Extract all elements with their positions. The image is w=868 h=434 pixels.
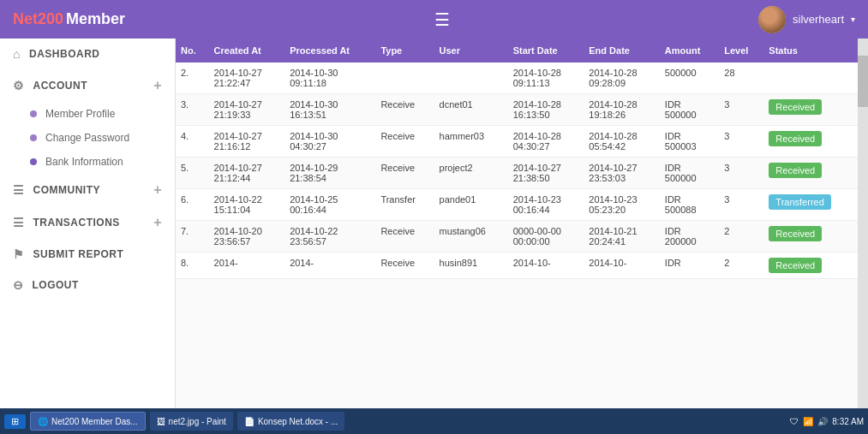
sidebar-subitem-member-profile[interactable]: Member Profile — [0, 102, 175, 126]
table-cell: Transferred — [763, 189, 858, 221]
bank-information-label: Bank Information — [45, 156, 123, 168]
table-cell: Receive — [375, 253, 434, 279]
taskbar-label-paint: net2.jpg - Paint — [169, 417, 226, 426]
table-cell: 2014-10-23 05:23:20 — [584, 189, 660, 221]
table-cell: 2014-10-22 15:11:04 — [209, 189, 285, 221]
change-password-label: Change Password — [45, 132, 129, 144]
dot-icon — [30, 110, 37, 117]
clock: 8:32 AM — [832, 417, 864, 426]
table-cell: 4. — [176, 126, 209, 158]
table-row: 8.2014-2014-Receivehusin8912014-10-2014-… — [176, 253, 858, 279]
table-cell: 2014-10-30 09:11:18 — [284, 62, 375, 94]
taskbar-item-word[interactable]: 📄 Konsep Net.docx - ... — [237, 412, 344, 431]
table-cell: 2014-10-28 19:18:26 — [584, 94, 660, 126]
account-plus-icon[interactable]: + — [153, 78, 162, 93]
table-cell: 2 — [719, 253, 763, 279]
table-cell — [434, 62, 508, 94]
paint-icon: 🖼 — [157, 417, 165, 426]
user-area: silverheart ▾ — [758, 6, 855, 33]
table-cell: 3 — [719, 126, 763, 158]
browser-icon: 🌐 — [38, 417, 48, 426]
col-amount: Amount — [660, 39, 719, 62]
taskbar-item-browser[interactable]: 🌐 Net200 Member Das... — [30, 412, 146, 431]
status-badge: Received — [769, 226, 822, 241]
hamburger-icon[interactable]: ☰ — [434, 9, 450, 30]
col-no: No. — [176, 39, 209, 62]
table-row: 5.2014-10-27 21:12:442014-10-29 21:38:54… — [176, 158, 858, 189]
table-cell: 2014-10-27 21:38:50 — [508, 158, 584, 189]
brand: Net200 Member — [13, 10, 125, 28]
table-row: 3.2014-10-27 21:19:332014-10-30 16:13:51… — [176, 94, 858, 126]
sidebar-item-community[interactable]: ☰ COMMUNITY + — [0, 174, 175, 206]
network-icon: 📶 — [803, 417, 813, 426]
table-cell: 5. — [176, 158, 209, 189]
table-cell: 2014-10-23 00:16:44 — [508, 189, 584, 221]
status-badge: Received — [769, 163, 822, 178]
col-level: Level — [719, 39, 763, 62]
sidebar-subitem-bank-information[interactable]: Bank Information — [0, 150, 175, 174]
col-status: Status — [763, 39, 858, 62]
dot-icon — [30, 134, 37, 141]
table-cell: Transfer — [375, 189, 434, 221]
table-cell: Received — [763, 221, 858, 253]
user-dropdown-arrow[interactable]: ▾ — [851, 15, 855, 24]
table-cell: IDR 500003 — [660, 126, 719, 158]
table-cell: IDR — [660, 253, 719, 279]
sidebar-subitem-change-password[interactable]: Change Password — [0, 126, 175, 150]
scrollbar-track[interactable] — [858, 39, 868, 408]
taskbar-label-word: Konsep Net.docx - ... — [258, 417, 338, 426]
sidebar-item-dashboard[interactable]: ⌂ DASHBOARD — [0, 39, 175, 69]
table-cell: 2014-10-28 09:28:09 — [584, 62, 660, 94]
sidebar-item-account[interactable]: ⚙ ACCOUNT + — [0, 69, 175, 102]
table-cell: 2014- — [209, 253, 285, 279]
table-cell: 500000 — [660, 62, 719, 94]
transactions-plus-icon[interactable]: + — [153, 215, 162, 230]
col-user: User — [434, 39, 508, 62]
col-end: End Date — [584, 39, 660, 62]
navbar: Net200 Member ☰ silverheart ▾ — [0, 0, 868, 39]
table-cell: 2014-10-27 21:12:44 — [209, 158, 285, 189]
col-type: Type — [375, 39, 434, 62]
table-cell: 8. — [176, 253, 209, 279]
sidebar-item-transactions[interactable]: ☰ TRANSACTIONS + — [0, 206, 175, 239]
table-cell — [375, 62, 434, 94]
table-cell: 2014-10-29 21:38:54 — [284, 158, 375, 189]
sidebar: ⌂ DASHBOARD ⚙ ACCOUNT + Member Profile C… — [0, 39, 176, 408]
sidebar-label-account: ACCOUNT — [33, 80, 88, 92]
logout-icon: ⊖ — [13, 278, 24, 292]
table-header-row: No. Created At Processed At Type User St… — [176, 39, 858, 62]
table-cell: 28 — [719, 62, 763, 94]
table-cell: 2014-10-30 04:30:27 — [284, 126, 375, 158]
table-cell: project2 — [434, 158, 508, 189]
sidebar-label-logout: LOGOUT — [33, 279, 79, 291]
table-cell: IDR 500088 — [660, 189, 719, 221]
avatar — [758, 6, 786, 33]
table-cell: hammer03 — [434, 126, 508, 158]
submit-report-icon: ⚑ — [13, 247, 25, 261]
table-cell: Receive — [375, 158, 434, 189]
community-plus-icon[interactable]: + — [153, 182, 162, 198]
sidebar-item-submit-report[interactable]: ⚑ SUBMIT REPORT — [0, 239, 175, 270]
sidebar-label-transactions: TRANSACTIONS — [33, 217, 120, 229]
table-cell: Received — [763, 253, 858, 279]
table-cell: 2014-10-27 21:19:33 — [209, 94, 285, 126]
transactions-table: No. Created At Processed At Type User St… — [176, 39, 858, 279]
status-badge: Received — [769, 99, 822, 115]
table-cell: 3 — [719, 189, 763, 221]
username-label: silverheart — [793, 13, 844, 26]
table-container[interactable]: No. Created At Processed At Type User St… — [176, 39, 858, 408]
brand-net: Net — [13, 10, 38, 28]
dot-icon — [30, 158, 37, 165]
member-profile-label: Member Profile — [45, 108, 115, 120]
table-cell: 2014-10- — [584, 253, 660, 279]
table-cell: 2014-10-21 20:24:41 — [584, 221, 660, 253]
brand-member: Member — [66, 10, 125, 28]
sidebar-item-logout[interactable]: ⊖ LOGOUT — [0, 270, 175, 300]
status-badge: Received — [769, 258, 822, 273]
main-wrapper: ⌂ DASHBOARD ⚙ ACCOUNT + Member Profile C… — [0, 39, 868, 408]
table-cell: 2014-10-27 21:16:12 — [209, 126, 285, 158]
table-cell: 2014-10-30 16:13:51 — [284, 94, 375, 126]
scrollbar-thumb[interactable] — [858, 56, 868, 107]
taskbar-item-paint[interactable]: 🖼 net2.jpg - Paint — [150, 412, 233, 431]
start-button[interactable]: ⊞ — [4, 414, 26, 429]
